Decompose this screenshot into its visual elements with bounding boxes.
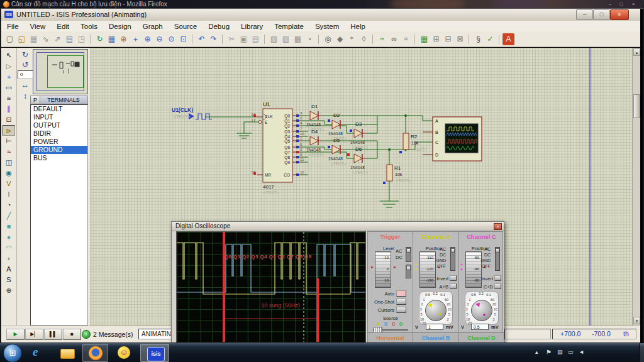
redo-icon[interactable]: ↷ <box>208 33 219 45</box>
goto-sheet-icon[interactable]: ⊠ <box>454 33 466 45</box>
zoom-out-icon[interactable]: ⊖ <box>153 33 165 45</box>
import-section-icon[interactable]: ⇘ <box>40 33 52 45</box>
pause-button[interactable]: ▌▌ <box>44 329 62 340</box>
packaging-tool-icon[interactable]: ＊ <box>346 33 358 45</box>
maximize-button[interactable]: □ <box>593 9 610 20</box>
virtual-instruments-mode-icon[interactable]: ◔ <box>3 200 15 211</box>
channel-c-sum-button[interactable] <box>494 283 501 289</box>
channel-c-coupling-switch[interactable] <box>495 247 500 271</box>
oscilloscope-component[interactable] <box>423 117 482 161</box>
channel-c-gain-knob[interactable] <box>471 300 492 321</box>
channel-c-value-field[interactable]: 0.5 <box>471 324 489 330</box>
menu-item[interactable]: Debug <box>203 22 235 31</box>
firefox-minimize-button[interactable]: – <box>605 1 615 8</box>
tape-recorder-mode-icon[interactable]: ◫ <box>3 157 15 168</box>
oscilloscope-screen[interactable]: Q0 Q1 Q2 Q3 Q4 Q5 Q6 Q7 Q8 Q9 10 xung (5… <box>176 231 366 343</box>
menu-item[interactable]: Graph <box>137 22 169 31</box>
channel-c-invert-button[interactable] <box>494 275 501 281</box>
firefox-maximize-button[interactable]: □ <box>616 1 626 8</box>
r1-ref[interactable]: R1 <box>394 165 401 171</box>
buses-mode-icon[interactable]: ∥ <box>3 104 15 114</box>
horizontal-section-label[interactable]: Horizontal <box>368 332 413 343</box>
menu-item[interactable]: Tools <box>75 22 103 31</box>
channel-a-nudge-down-icon[interactable]: ▼ <box>414 268 418 272</box>
2d-circle-mode-icon[interactable]: ● <box>3 232 15 243</box>
make-device-icon[interactable]: ◆ <box>334 33 346 45</box>
scrollbar-thumb[interactable] <box>633 94 640 118</box>
menu-item[interactable]: View <box>25 22 52 31</box>
block-move-icon[interactable]: ▨ <box>280 33 292 45</box>
electrical-rule-check-icon[interactable]: ✓ <box>484 33 496 45</box>
2d-path-mode-icon[interactable]: ◗ <box>3 253 15 264</box>
terminal-list-item[interactable]: DEFAULT <box>31 105 87 113</box>
taskbar-item-internet-explorer[interactable]: e <box>26 344 50 362</box>
channel-c-nudge-down-icon[interactable]: ▼ <box>460 268 464 272</box>
source-c-label[interactable]: C <box>392 321 395 327</box>
terminal-list-item[interactable]: INPUT <box>31 113 87 121</box>
channel-b-section-label[interactable]: Channel B <box>413 332 459 343</box>
component-mode-icon[interactable]: ▷ <box>3 61 15 72</box>
design-explorer-icon[interactable]: ▦ <box>418 33 430 45</box>
pick-device-icon[interactable]: ◎ <box>322 33 334 45</box>
mark-print-area-icon[interactable]: ◳ <box>75 33 87 45</box>
pick-devices-button[interactable]: P <box>31 96 40 104</box>
trigger-cursors-button[interactable] <box>396 307 406 313</box>
source-a-label[interactable]: A <box>377 321 380 327</box>
false-origin-icon[interactable]: ⊕ <box>118 33 130 45</box>
refresh-display-icon[interactable]: ↻ <box>94 33 106 45</box>
property-assignment-icon[interactable]: = <box>400 33 412 45</box>
canvas-vertical-scrollbar[interactable]: ▲ ▼ <box>632 48 640 326</box>
terminal-list-item[interactable]: GROUND <box>31 146 87 154</box>
u1-ref[interactable]: U1 <box>263 101 270 107</box>
generator-mode-icon[interactable]: ◉ <box>3 168 15 178</box>
selection-mode-icon[interactable]: ↖ <box>3 50 15 61</box>
search-tag-icon[interactable]: ∞ <box>388 33 400 45</box>
menu-item[interactable]: System <box>309 22 345 31</box>
oscilloscope-window[interactable]: Digital Oscilloscope × Q0 Q1 Q2 Q3 Q4 Q5… <box>171 221 504 344</box>
pan-icon[interactable]: ＋ <box>130 33 142 45</box>
block-rotate-icon[interactable]: ▩ <box>292 33 304 45</box>
mirror-horizontal-icon[interactable]: ↔ <box>19 80 31 90</box>
voltage-probe-mode-icon[interactable]: V <box>3 178 15 189</box>
junction-dot-mode-icon[interactable]: ＋ <box>3 72 15 82</box>
new-file-icon[interactable]: ▢ <box>4 33 16 45</box>
step-button[interactable]: ▶▏ <box>25 329 43 340</box>
trigger-level-slider[interactable]: -10 0 10 <box>375 251 391 288</box>
channel-c-nudge-up-icon[interactable]: ▲ <box>460 262 464 266</box>
channel-a-value-field[interactable]: 1 <box>426 324 443 330</box>
channel-a-gain-knob[interactable] <box>425 300 447 321</box>
message-count[interactable]: 2 Message(s) <box>93 331 133 338</box>
scroll-down-icon[interactable]: ▼ <box>633 317 640 324</box>
minimize-button[interactable]: – <box>576 9 593 20</box>
wire-autoroute-icon[interactable]: ≈ <box>376 33 388 45</box>
taskbar-item-windows-explorer[interactable] <box>55 344 79 362</box>
remove-sheet-icon[interactable]: ⊟ <box>442 33 454 45</box>
taskbar-item-isis[interactable]: isis <box>140 344 169 362</box>
channel-a-coupling-switch[interactable] <box>450 247 455 271</box>
terminal-list-item[interactable]: OUTPUT <box>31 121 87 129</box>
netlist-to-ares-icon[interactable]: A <box>502 33 514 45</box>
save-file-icon[interactable]: ▦ <box>28 33 40 45</box>
scroll-up-icon[interactable]: ▲ <box>633 48 640 56</box>
trigger-coupling-switch[interactable] <box>406 247 411 262</box>
2d-box-mode-icon[interactable]: ■ <box>3 221 15 232</box>
menu-item[interactable]: Source <box>169 22 203 31</box>
block-copy-icon[interactable]: ▧ <box>268 33 280 45</box>
close-button[interactable]: × <box>610 9 629 20</box>
tray-app-icon[interactable]: ▤ <box>557 349 563 355</box>
clock-generator-symbol[interactable] <box>189 113 212 119</box>
zoom-all-icon[interactable]: ⊙ <box>165 33 177 45</box>
2d-text-mode-icon[interactable]: A <box>3 264 15 275</box>
r1-value[interactable]: 10k <box>395 172 402 177</box>
menu-item[interactable]: Help <box>345 22 371 31</box>
channel-a-invert-button[interactable] <box>450 275 457 281</box>
menu-item[interactable]: File <box>1 22 25 31</box>
tray-overflow-icon[interactable]: ▴ <box>535 349 538 355</box>
action-center-flag-icon[interactable]: ⚑ <box>546 349 552 356</box>
2d-line-mode-icon[interactable]: ╱ <box>3 211 15 221</box>
menu-item[interactable]: Edit <box>51 22 75 31</box>
clock-source-label[interactable]: U1(CLK) <box>172 107 193 113</box>
taskbar-item-firefox[interactable] <box>82 344 108 362</box>
terminal-list-item[interactable]: POWER <box>31 138 87 146</box>
oscilloscope-window-title[interactable]: Digital Oscilloscope <box>172 222 504 231</box>
